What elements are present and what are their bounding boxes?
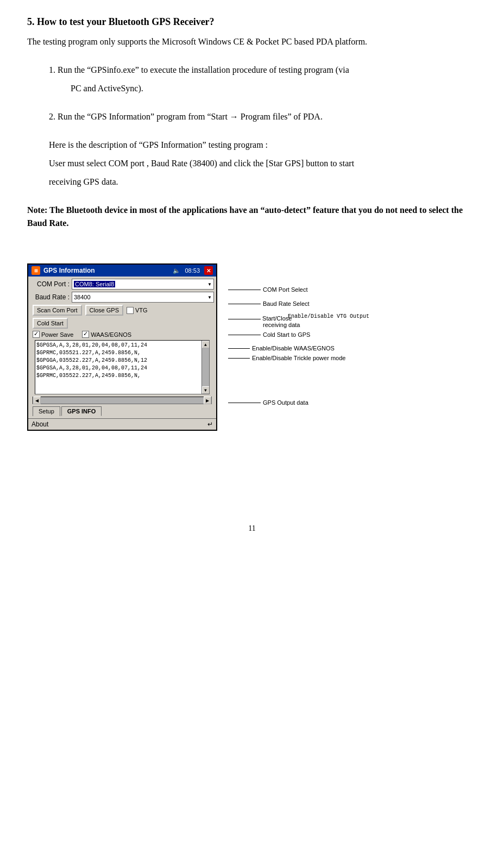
step1-line2: PC and ActiveSync). xyxy=(71,82,477,95)
gps-line-1: $GPGSA,A,3,28,01,20,04,08,07,11,24 xyxy=(36,342,200,349)
titlebar: ⊞ GPS Information 🔈 08:53 ✕ xyxy=(28,265,216,277)
page-number: 11 xyxy=(27,524,477,533)
power-save-item: Power Save xyxy=(33,331,73,338)
scroll-right-icon[interactable]: ▶ xyxy=(204,397,211,404)
power-waas-row: Power Save WAAS/EGNOS xyxy=(30,331,214,338)
close-button[interactable]: ✕ xyxy=(204,266,213,275)
baud-rate-select[interactable]: 38400 ▼ xyxy=(72,292,214,303)
gps-line-3: $GPGGA,035522.227,A,2459.8856,N,12 xyxy=(36,357,200,365)
vtg-checkbox-item: VTG xyxy=(127,307,148,314)
vtg-label: VTG xyxy=(135,307,148,313)
baud-rate-row: Baud Rate : 38400 ▼ xyxy=(30,292,214,303)
annotation-com-port-text: COM Port Select xyxy=(263,286,308,293)
baud-rate-value: 38400 xyxy=(74,294,91,300)
h-scroll-track xyxy=(41,397,204,404)
power-save-checkbox[interactable] xyxy=(33,331,40,338)
window-title: GPS Information xyxy=(43,267,95,274)
vertical-scrollbar[interactable]: ▲ ▼ xyxy=(201,341,209,394)
tab-setup[interactable]: Setup xyxy=(33,406,60,416)
vtg-checkbox[interactable] xyxy=(127,307,134,314)
speaker-icon: 🔈 xyxy=(173,267,180,274)
annotation-trickle: Enable/Disable Trickle power mode xyxy=(228,355,345,361)
tab-gps-info[interactable]: GPS INFO xyxy=(61,406,102,416)
annotations-panel: COM Port Select Baud Rate Select Start/C… xyxy=(223,263,477,492)
annotation-baud-rate-text: Baud Rate Select xyxy=(263,300,310,307)
step2-text: 2. Run the “GPS Information” program fro… xyxy=(49,110,477,123)
gps-window: ⊞ GPS Information 🔈 08:53 ✕ COM Port : C… xyxy=(27,263,217,431)
baud-rate-label: Baud Rate : xyxy=(30,293,70,301)
note-text: Note: The Bluetooth device in most of th… xyxy=(27,204,477,230)
about-label[interactable]: About xyxy=(32,420,48,428)
button-row-1: Scan Com Port Close GPS VTG xyxy=(30,305,214,316)
bottom-bar: About ↵ xyxy=(28,418,216,430)
com-port-select[interactable]: COM8: Serial8 ▼ xyxy=(72,279,214,290)
gps-output-container: $GPGSA,A,3,28,01,20,04,08,07,11,24 $GPRM… xyxy=(33,340,212,394)
window-time: 08:53 xyxy=(185,267,200,274)
close-gps-button[interactable]: Close GPS xyxy=(85,305,123,316)
button-row-2: Cold Start xyxy=(30,318,214,329)
scroll-left-icon[interactable]: ◀ xyxy=(33,397,41,404)
waas-label: WAAS/EGNOS xyxy=(91,331,131,338)
baud-rate-arrow-icon: ▼ xyxy=(207,295,212,300)
com-port-row: COM Port : COM8: Serial8 ▼ xyxy=(30,279,214,290)
desc-line1: Here is the description of “GPS Informat… xyxy=(49,139,477,152)
gps-line-4: $GPGSA,A,3,28,01,20,04,08,07,11,24 xyxy=(36,365,200,372)
annotation-vtg: Enable/Disable VTG Output xyxy=(288,313,369,319)
annotation-gps-output-text: GPS Output data xyxy=(263,399,308,406)
bottom-icon: ↵ xyxy=(207,420,213,428)
annotation-com-port: COM Port Select xyxy=(228,286,308,293)
scan-com-port-button[interactable]: Scan Com Port xyxy=(33,305,82,316)
gps-line-2: $GPRMC,035521.227,A,2459.8856,N, xyxy=(36,349,200,357)
desc-line3: receiving GPS data. xyxy=(49,175,477,189)
tab-row: Setup GPS INFO xyxy=(33,406,212,416)
annotation-gps-output: GPS Output data xyxy=(228,399,308,406)
gps-line-5: $GPRMC,035522.227,A,2459.8856,N, xyxy=(36,372,200,380)
annotation-trickle-text: Enable/Disable Trickle power mode xyxy=(252,355,345,361)
annotation-receiving-text: receiving data xyxy=(263,322,300,328)
annotation-baud-rate: Baud Rate Select xyxy=(228,300,310,307)
cold-start-button[interactable]: Cold Start xyxy=(33,318,68,329)
intro-text: The testing program only supports the Mi… xyxy=(27,35,477,48)
gps-output: $GPGSA,A,3,28,01,20,04,08,07,11,24 $GPRM… xyxy=(35,340,210,394)
annotation-cold-start: Cold Start to GPS xyxy=(228,331,310,338)
waas-checkbox[interactable] xyxy=(82,331,89,338)
annotation-waas-text: Enable/Disable WAAS/EGNOS xyxy=(252,345,335,351)
annotation-waas: Enable/Disable WAAS/EGNOS xyxy=(228,345,335,351)
com-port-value: COM8: Serial8 xyxy=(74,281,115,287)
step1-line1: 1. Run the “GPSinfo.exe” to execute the … xyxy=(49,64,477,77)
titlebar-right: 🔈 08:53 ✕ xyxy=(173,266,213,275)
annotation-vtg-text: Enable/Disable VTG Output xyxy=(288,313,369,319)
scroll-down-icon[interactable]: ▼ xyxy=(202,386,210,394)
com-port-label: COM Port : xyxy=(30,280,70,288)
section-heading: 5. How to test your Bluetooth GPS Receiv… xyxy=(27,16,477,28)
com-port-arrow-icon: ▼ xyxy=(207,282,212,287)
scroll-track xyxy=(202,348,209,386)
desc-line2: User must select COM port , Baud Rate (3… xyxy=(49,157,477,170)
windows-logo-icon: ⊞ xyxy=(32,266,40,275)
waas-item: WAAS/EGNOS xyxy=(82,331,131,338)
power-save-label: Power Save xyxy=(41,331,73,338)
annotation-cold-start-text: Cold Start to GPS xyxy=(263,331,310,338)
horizontal-scrollbar[interactable]: ◀ ▶ xyxy=(33,397,212,404)
scroll-up-icon[interactable]: ▲ xyxy=(202,341,210,348)
